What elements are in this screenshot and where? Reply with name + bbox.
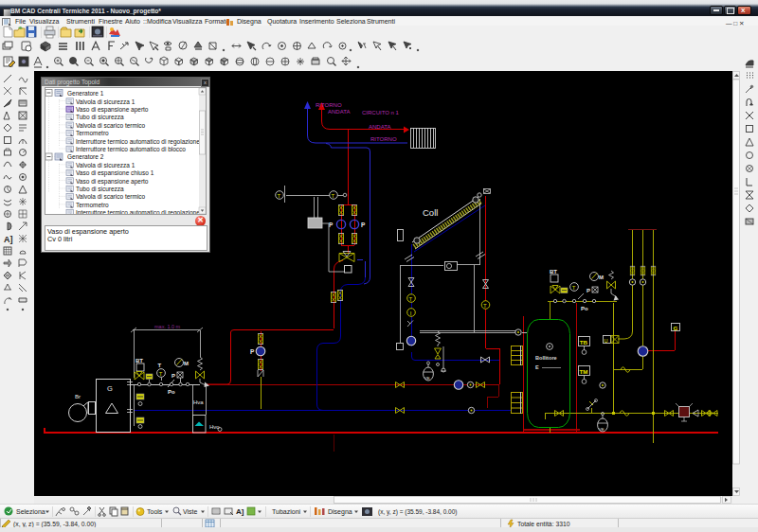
- svg-text:T: T: [158, 363, 162, 368]
- svg-text:P: P: [587, 288, 590, 293]
- svg-text:Generatore 2: Generatore 2: [67, 153, 104, 160]
- svg-text:P: P: [171, 373, 175, 379]
- svg-text:T: T: [409, 296, 413, 302]
- svg-text:Termometro: Termometro: [76, 130, 109, 136]
- svg-text:max. 1.0 m: max. 1.0 m: [154, 324, 181, 329]
- svg-text:Seleziona: Seleziona: [16, 508, 45, 515]
- svg-text:A]: A]: [236, 507, 244, 516]
- svg-text:Valvola di scarico termico: Valvola di scarico termico: [76, 193, 146, 200]
- svg-text:Vaso di espansione aperto: Vaso di espansione aperto: [76, 178, 149, 186]
- svg-text:VE: VE: [599, 427, 605, 432]
- svg-text:Totale entità: 3310: Totale entità: 3310: [517, 521, 570, 527]
- svg-text:RITORNO: RITORNO: [316, 102, 342, 108]
- svg-text:P: P: [250, 348, 255, 355]
- svg-text:BT: BT: [550, 269, 557, 275]
- svg-text:Hva: Hva: [193, 399, 204, 405]
- svg-text:Tubo di sicurezza: Tubo di sicurezza: [76, 114, 124, 120]
- svg-text:Interruttore termico automatic: Interruttore termico automatico di blocc…: [76, 146, 186, 152]
- svg-text:Termometro: Termometro: [76, 202, 109, 208]
- svg-text:Interruttore termico automatic: Interruttore termico automatico di regol…: [76, 138, 200, 146]
- svg-text:M: M: [184, 361, 189, 366]
- svg-text:TM: TM: [579, 368, 587, 375]
- svg-text:Viste: Viste: [183, 508, 198, 515]
- svg-text:U: U: [605, 338, 608, 344]
- svg-text:Tubo di sicurezza: Tubo di sicurezza: [76, 186, 124, 192]
- svg-text:Coll: Coll: [423, 207, 438, 218]
- svg-text:ANDATA: ANDATA: [369, 124, 390, 130]
- svg-text:Tubazioni: Tubazioni: [272, 508, 301, 515]
- svg-text:ANDATA: ANDATA: [328, 109, 350, 115]
- svg-text:T: T: [483, 303, 487, 309]
- svg-text:Vaso di espansione chiuso 1: Vaso di espansione chiuso 1: [76, 169, 154, 177]
- svg-text:Tools: Tools: [147, 508, 163, 515]
- svg-text:Br: Br: [75, 394, 81, 399]
- svg-text:T: T: [159, 371, 163, 377]
- svg-text:Interruttore termico automatic: Interruttore termico automatico di regol…: [76, 209, 200, 214]
- svg-text:Generatore 1: Generatore 1: [67, 90, 104, 97]
- svg-text:M: M: [599, 275, 604, 280]
- svg-text:Bollitore: Bollitore: [535, 355, 557, 361]
- svg-text:Valvola di scarico termico: Valvola di scarico termico: [76, 122, 146, 129]
- svg-text:Disegna: Disegna: [328, 508, 352, 516]
- svg-text:CIRCUITO n 1: CIRCUITO n 1: [362, 110, 400, 115]
- svg-text:A]: A]: [4, 235, 13, 244]
- svg-text:TB: TB: [580, 339, 588, 346]
- svg-text:Po: Po: [168, 389, 175, 395]
- svg-text:P: P: [329, 222, 334, 228]
- svg-text:E: E: [535, 364, 539, 370]
- svg-text:Valvola di sicurezza 1: Valvola di sicurezza 1: [76, 98, 135, 105]
- svg-text:T: T: [278, 193, 281, 199]
- svg-text:T: T: [332, 193, 335, 199]
- svg-text:(x, y, z) = (35.59, -3.84, 0.0: (x, y, z) = (35.59, -3.84, 0.00): [378, 508, 458, 516]
- svg-text:VE: VE: [424, 376, 430, 381]
- svg-text:T: T: [572, 285, 576, 291]
- svg-text:BT: BT: [135, 358, 143, 364]
- svg-text:P: P: [361, 222, 366, 228]
- svg-text:Po: Po: [581, 306, 588, 311]
- svg-text:G: G: [107, 384, 113, 393]
- svg-text:Vaso di espansione aperto: Vaso di espansione aperto: [76, 106, 149, 114]
- svg-text:Valvola di sicurezza 1: Valvola di sicurezza 1: [76, 162, 135, 168]
- svg-text:Hvo: Hvo: [209, 424, 220, 430]
- svg-text:RITORNO: RITORNO: [370, 136, 397, 142]
- svg-text:G: G: [674, 325, 678, 331]
